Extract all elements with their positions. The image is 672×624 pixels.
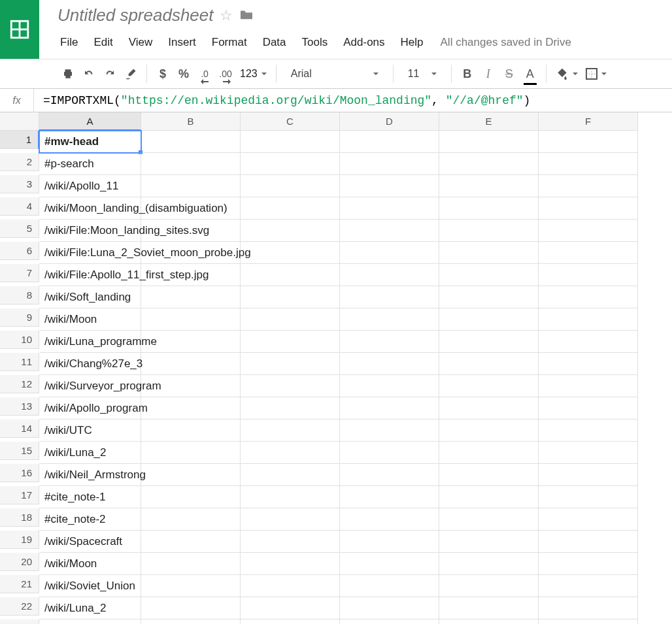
- cell[interactable]: /wiki/Neil_Armstrong: [39, 464, 141, 486]
- cell[interactable]: [241, 464, 340, 486]
- cell[interactable]: [241, 619, 340, 624]
- menu-format[interactable]: Format: [204, 33, 255, 52]
- cell[interactable]: [241, 442, 340, 464]
- cell[interactable]: [539, 575, 638, 597]
- column-header[interactable]: C: [241, 112, 340, 131]
- number-format-dropdown[interactable]: 123: [240, 68, 267, 80]
- spreadsheet-grid[interactable]: ABCDEF1#mw-head2#p-search3/wiki/Apollo_1…: [0, 112, 672, 624]
- cell[interactable]: [340, 619, 439, 624]
- sheets-logo[interactable]: [0, 0, 39, 59]
- row-header[interactable]: 8: [0, 286, 39, 304]
- cell[interactable]: [241, 197, 340, 220]
- cell[interactable]: [439, 353, 539, 375]
- cell[interactable]: [539, 419, 638, 442]
- text-color-button[interactable]: A: [524, 65, 537, 83]
- cell[interactable]: [340, 286, 439, 308]
- select-all-corner[interactable]: [0, 112, 39, 131]
- cell[interactable]: [539, 331, 638, 353]
- cell[interactable]: [340, 308, 439, 331]
- cell[interactable]: /wiki/UTC: [39, 419, 141, 442]
- cell[interactable]: [539, 220, 638, 242]
- row-header[interactable]: 20: [0, 553, 39, 571]
- cell[interactable]: [141, 508, 241, 531]
- cell[interactable]: [241, 220, 340, 242]
- cell[interactable]: [340, 531, 439, 553]
- column-header[interactable]: A: [39, 112, 141, 131]
- cell[interactable]: [340, 131, 439, 153]
- cell[interactable]: [340, 353, 439, 375]
- row-header[interactable]: 9: [0, 308, 39, 327]
- row-header[interactable]: 2: [0, 153, 39, 171]
- menu-insert[interactable]: Insert: [160, 33, 204, 52]
- font-size-dropdown[interactable]: 11: [403, 68, 442, 80]
- row-header[interactable]: 12: [0, 375, 39, 393]
- cell[interactable]: [141, 486, 241, 508]
- cell[interactable]: [241, 486, 340, 508]
- row-header[interactable]: 1: [0, 131, 39, 149]
- paint-format-icon[interactable]: [124, 65, 137, 83]
- cell[interactable]: [439, 331, 539, 353]
- cell[interactable]: [539, 397, 638, 419]
- cell[interactable]: [141, 397, 241, 419]
- row-header[interactable]: 6: [0, 242, 39, 260]
- cell[interactable]: [340, 553, 439, 575]
- cell[interactable]: [141, 442, 241, 464]
- cell[interactable]: [141, 464, 241, 486]
- cell[interactable]: [141, 153, 241, 175]
- cell[interactable]: [241, 597, 340, 619]
- cell[interactable]: [241, 419, 340, 442]
- row-header[interactable]: 21: [0, 575, 39, 593]
- cell[interactable]: [439, 197, 539, 220]
- cell[interactable]: /wiki/File:Luna_2_Soviet_moon_probe.jpg: [39, 242, 141, 264]
- cell[interactable]: [340, 419, 439, 442]
- row-header[interactable]: 22: [0, 597, 39, 616]
- cell[interactable]: [241, 131, 340, 153]
- cell[interactable]: [539, 286, 638, 308]
- cell[interactable]: [340, 508, 439, 531]
- menu-view[interactable]: View: [121, 33, 161, 52]
- cell[interactable]: /wiki/Moon_landing_(disambiguation): [39, 197, 141, 220]
- row-header[interactable]: 23: [0, 619, 39, 624]
- cell[interactable]: [439, 619, 539, 624]
- cell[interactable]: [439, 464, 539, 486]
- cell[interactable]: [439, 264, 539, 286]
- bold-button[interactable]: B: [461, 65, 474, 83]
- cell[interactable]: /wiki/Apollo_program: [39, 397, 141, 419]
- cell[interactable]: [439, 397, 539, 419]
- cell[interactable]: #cite_note-2: [39, 508, 141, 531]
- cell[interactable]: [141, 575, 241, 597]
- cell[interactable]: [539, 197, 638, 220]
- cell[interactable]: [241, 353, 340, 375]
- cell[interactable]: [539, 153, 638, 175]
- menu-tools[interactable]: Tools: [294, 33, 336, 52]
- menu-addons[interactable]: Add-ons: [335, 33, 392, 52]
- cell[interactable]: [241, 286, 340, 308]
- redo-icon[interactable]: [103, 65, 116, 83]
- cell[interactable]: #cite_note-1: [39, 486, 141, 508]
- cell[interactable]: [241, 175, 340, 197]
- cell[interactable]: /wiki/Luna_programme: [39, 331, 141, 353]
- undo-icon[interactable]: [82, 65, 95, 83]
- cell[interactable]: [141, 619, 241, 624]
- cell[interactable]: [539, 597, 638, 619]
- cell[interactable]: [141, 131, 241, 153]
- row-header[interactable]: 7: [0, 264, 39, 282]
- cell[interactable]: [241, 508, 340, 531]
- cell[interactable]: [141, 531, 241, 553]
- row-header[interactable]: 13: [0, 397, 39, 416]
- cell[interactable]: [340, 197, 439, 220]
- column-header[interactable]: D: [340, 112, 439, 131]
- cell[interactable]: [539, 264, 638, 286]
- cell[interactable]: #mw-head: [39, 131, 141, 153]
- cell[interactable]: [141, 597, 241, 619]
- cell[interactable]: [439, 286, 539, 308]
- row-header[interactable]: 4: [0, 197, 39, 216]
- cell[interactable]: [439, 375, 539, 397]
- row-header[interactable]: 18: [0, 508, 39, 527]
- cell[interactable]: [340, 464, 439, 486]
- cell[interactable]: [439, 419, 539, 442]
- cell[interactable]: [539, 464, 638, 486]
- cell[interactable]: [141, 175, 241, 197]
- cell[interactable]: [439, 220, 539, 242]
- column-header[interactable]: E: [439, 112, 539, 131]
